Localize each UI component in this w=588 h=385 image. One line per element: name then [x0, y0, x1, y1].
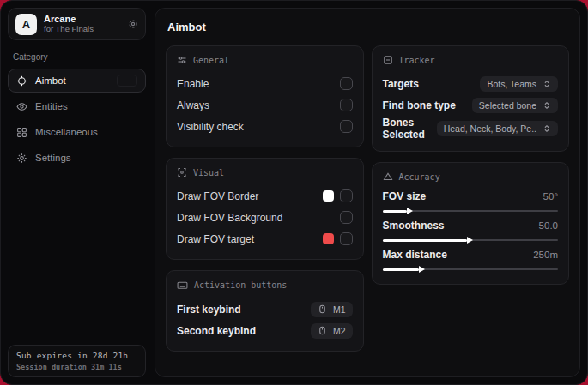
sidebar-item-label: Settings: [35, 153, 71, 163]
setting-row-draw-fov-target: Draw FOV target: [177, 229, 353, 249]
gear-icon: [16, 153, 27, 164]
eye-icon: [16, 101, 27, 112]
session-duration: Session duration 31m 11s: [16, 363, 137, 371]
setting-row-max-distance: Max distance 250m: [383, 249, 559, 270]
chevron-up-down-icon: [543, 124, 551, 133]
fov-size-value: 50°: [543, 191, 558, 202]
page-title: Aimbot: [167, 21, 569, 33]
mouse-icon: [318, 304, 327, 314]
setting-row-find-bone-type: Find bone type Selected bone: [383, 95, 559, 115]
fov-border-color-swatch[interactable]: [323, 190, 334, 202]
subscription-card: Sub expires in 28d 21h Session duration …: [8, 345, 146, 377]
chevron-up-down-icon: [543, 101, 551, 110]
setting-row-always: Always: [177, 95, 353, 115]
brand-card: A Arcane for The Finals: [8, 8, 146, 40]
category-label: Category: [13, 52, 146, 62]
triangle-icon: [383, 171, 393, 182]
sidebar-item-label: Aimbot: [35, 75, 66, 86]
brand-subtitle: for The Finals: [44, 25, 121, 34]
smoothness-value: 50.0: [539, 220, 558, 231]
setting-row-bones-selected: Bones Selected Head, Neck, Body, Pe..: [383, 117, 559, 141]
setting-row-targets: Targets Bots, Teams: [383, 74, 559, 93]
visual-card: Visual Draw FOV Border Draw FOV Backgrou…: [166, 158, 364, 260]
always-checkbox[interactable]: [340, 99, 353, 111]
fov-target-color-swatch[interactable]: [323, 233, 334, 244]
sidebar-item-miscellaneous[interactable]: Miscellaneous: [8, 120, 146, 144]
chevron-up-down-icon: [543, 80, 551, 88]
draw-fov-background-checkbox[interactable]: [340, 211, 353, 224]
fov-size-slider[interactable]: [383, 210, 559, 212]
find-bone-type-select[interactable]: Selected bone: [472, 98, 558, 113]
sidebar-item-settings[interactable]: Settings: [8, 146, 146, 170]
enable-checkbox[interactable]: [340, 77, 353, 90]
card-title: Tracker: [399, 56, 435, 65]
setting-row-second-keybind: Second keybind M2: [177, 321, 353, 340]
subscription-expiry: Sub expires in 28d 21h: [16, 351, 137, 360]
card-title: Accuracy: [399, 172, 440, 182]
activation-card: Activation buttons First keybind M1: [166, 270, 364, 352]
sidebar: A Arcane for The Finals Category: [1, 1, 153, 384]
tracker-card: Tracker Targets Bots, Teams: [372, 45, 570, 152]
view-icon: [177, 167, 187, 177]
app-window: A Arcane for The Finals Category: [0, 0, 588, 385]
sidebar-item-aimbot[interactable]: Aimbot: [8, 69, 146, 93]
bones-selected-select[interactable]: Head, Neck, Body, Pe..: [437, 121, 558, 136]
slider-thumb[interactable]: [419, 266, 425, 273]
sidebar-nav: Aimbot Entities: [8, 69, 146, 170]
targets-select[interactable]: Bots, Teams: [480, 76, 558, 92]
card-title: Activation buttons: [194, 280, 287, 290]
max-distance-slider[interactable]: [383, 268, 559, 270]
sidebar-item-entities[interactable]: Entities: [8, 94, 146, 118]
second-keybind-button[interactable]: M2: [311, 323, 353, 339]
brand-name: Arcane: [44, 14, 121, 25]
visibility-check-checkbox[interactable]: [340, 120, 353, 133]
setting-row-enable: Enable: [177, 74, 353, 93]
first-keybind-button[interactable]: M1: [311, 302, 353, 317]
card-title: Visual: [193, 168, 224, 177]
setting-row-visibility-check: Visibility check: [177, 117, 353, 136]
max-distance-value: 250m: [533, 250, 558, 260]
setting-row-fov-size: FOV size 50°: [383, 190, 559, 212]
slider-thumb[interactable]: [407, 208, 413, 214]
brand-logo: A: [15, 14, 37, 35]
focus-icon: [383, 55, 393, 65]
setting-row-draw-fov-border: Draw FOV Border: [177, 186, 353, 206]
setting-row-smoothness: Smoothness 50.0: [383, 220, 559, 241]
mouse-icon: [318, 326, 327, 335]
draw-fov-border-checkbox[interactable]: [340, 189, 353, 202]
setting-row-draw-fov-background: Draw FOV Background: [177, 208, 353, 227]
accuracy-card: Accuracy FOV size 50°: [372, 162, 570, 285]
sidebar-item-label: Miscellaneous: [35, 127, 98, 137]
aimbot-keybind-hint: [117, 75, 137, 87]
sliders-icon: [177, 55, 187, 65]
sidebar-item-label: Entities: [35, 101, 68, 111]
slider-thumb[interactable]: [467, 237, 473, 244]
setting-row-first-keybind: First keybind M1: [177, 299, 353, 319]
smoothness-slider[interactable]: [383, 239, 559, 241]
sync-icon[interactable]: [128, 19, 138, 29]
general-card: General Enable Always Visibility check: [166, 45, 364, 147]
draw-fov-target-checkbox[interactable]: [340, 232, 353, 245]
main-panel: Aimbot General: [155, 8, 580, 377]
card-title: General: [193, 56, 229, 65]
crosshair-icon: [16, 75, 27, 87]
keyboard-icon: [177, 280, 188, 291]
grid-icon: [16, 127, 27, 138]
